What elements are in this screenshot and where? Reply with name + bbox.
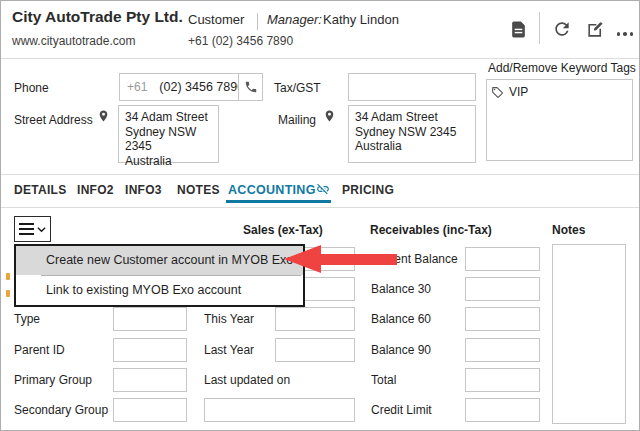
phone-number-value: (02) 3456 7890 [159, 80, 244, 94]
balance-60-input[interactable] [465, 307, 540, 331]
balance-60-label: Balance 60 [371, 312, 431, 326]
balance-30-label: Balance 30 [371, 282, 431, 296]
tab-details[interactable]: DETAILS [14, 183, 67, 197]
callout-arrow-icon [284, 244, 398, 274]
notes-column-header: Notes [552, 223, 585, 237]
type-input[interactable] [113, 307, 187, 331]
tab-info3[interactable]: INFO3 [125, 183, 162, 197]
keyword-tags-box[interactable]: VIP [486, 79, 633, 161]
tab-info2[interactable]: INFO2 [77, 183, 114, 197]
customer-record-window: City AutoTrade Pty Ltd. www.cityautotrad… [0, 0, 640, 431]
receivables-column-header: Receivables (inc-Tax) [370, 223, 492, 237]
this-year-label: This Year [204, 312, 254, 326]
account-actions-menu: Create new Customer account in MYOB Exo … [14, 244, 305, 307]
menu-item-link-account[interactable]: Link to existing MYOB Exo account [16, 276, 303, 304]
mailing-address-input[interactable]: 34 Adam Street Sydney NSW 2345 Australia [348, 105, 476, 163]
edit-icon[interactable] [583, 17, 607, 41]
tax-gst-label: Tax/GST [274, 81, 321, 95]
current-balance-input[interactable] [465, 247, 540, 271]
primary-group-input[interactable] [113, 368, 187, 392]
call-button[interactable] [238, 73, 263, 101]
secondary-group-label: Secondary Group [14, 403, 108, 417]
company-website: www.cityautotrade.com [12, 34, 135, 48]
record-type-label: Customer [188, 12, 244, 27]
phone-input[interactable]: +61 (02) 3456 7890 [119, 73, 239, 101]
tax-gst-input[interactable] [348, 73, 476, 101]
header-bottom-divider [1, 58, 639, 59]
parent-id-input[interactable] [113, 338, 187, 362]
tag-icon [491, 86, 504, 99]
toolbar-divider [539, 12, 540, 44]
street-pin-icon [97, 108, 110, 128]
manager-label: Manager: [267, 12, 322, 27]
tab-accounting[interactable]: ACCOUNTING [228, 183, 316, 197]
sales-column-header: Sales (ex-Tax) [243, 223, 323, 237]
secondary-group-input[interactable] [113, 398, 187, 422]
primary-group-label: Primary Group [14, 373, 92, 387]
last-year-input[interactable] [275, 338, 355, 362]
last-year-label: Last Year [204, 343, 254, 357]
hidden-warning-mark [6, 290, 10, 297]
phone-country-prefix: +61 [120, 80, 147, 94]
account-actions-menu-button[interactable] [14, 216, 51, 242]
tab-notes[interactable]: NOTES [177, 183, 220, 197]
tabs-bottom-divider [1, 207, 639, 208]
hidden-warning-mark [6, 273, 10, 280]
phone-icon [244, 80, 258, 94]
last-updated-label: Last updated on [204, 373, 290, 387]
phone-label: Phone [14, 81, 49, 95]
page-title: City AutoTrade Pty Ltd. [12, 8, 183, 26]
type-label: Type [14, 312, 40, 326]
total-label: Total [371, 373, 396, 387]
street-address-label: Street Address [14, 113, 93, 127]
tabs-top-divider [1, 174, 639, 175]
balance-90-input[interactable] [465, 338, 540, 362]
active-tab-underline [226, 200, 331, 203]
total-input[interactable] [465, 368, 540, 392]
balance-90-label: Balance 90 [371, 343, 431, 357]
manager-name: Kathy Lindon [323, 12, 399, 27]
header-phone: +61 (02) 3456 7890 [188, 34, 293, 48]
balance-30-input[interactable] [465, 277, 540, 301]
street-address-input[interactable]: 34 Adam Street Sydney NSW 2345 Australia [118, 105, 219, 163]
last-updated-input[interactable] [204, 398, 355, 422]
header-divider [257, 13, 258, 30]
document-icon[interactable] [506, 17, 530, 41]
parent-id-label: Parent ID [14, 343, 65, 357]
broken-link-icon [316, 182, 330, 200]
hamburger-icon [19, 223, 34, 236]
keyword-tags-title: Add/Remove Keyword Tags [488, 61, 636, 75]
tab-pricing[interactable]: PRICING [342, 183, 394, 197]
refresh-icon[interactable] [550, 17, 574, 41]
credit-limit-input[interactable] [465, 398, 540, 422]
tag-label: VIP [509, 85, 528, 99]
this-year-input[interactable] [275, 307, 355, 331]
mailing-pin-icon [323, 108, 336, 128]
chevron-down-icon [37, 226, 46, 233]
more-icon[interactable] [613, 22, 637, 46]
mailing-label: Mailing [278, 113, 316, 127]
credit-limit-label: Credit Limit [371, 403, 432, 417]
notes-input[interactable] [552, 244, 626, 424]
tag-item: VIP [487, 80, 632, 104]
menu-item-create-account[interactable]: Create new Customer account in MYOB Exo [16, 246, 303, 275]
